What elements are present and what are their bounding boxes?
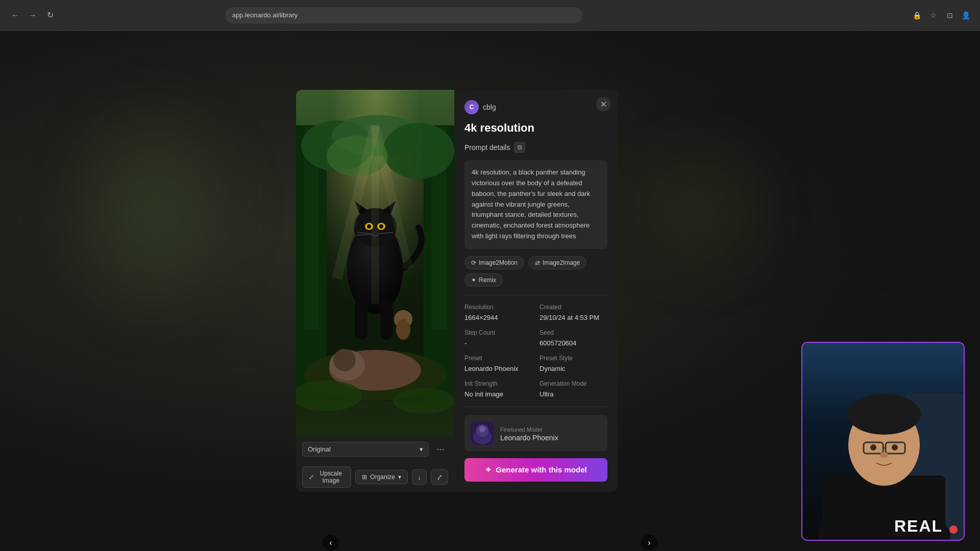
image-title: 4k resolution <box>464 121 607 135</box>
browser-toolbar-icons: 🔒 ☆ ⊡ 👤 <box>912 10 972 21</box>
image2motion-button[interactable]: ⟳ Image2Motion <box>464 256 524 269</box>
resolution-label: Resolution <box>464 304 532 311</box>
panther-scene-svg <box>296 90 454 437</box>
section-divider-2 <box>464 407 607 407</box>
image2motion-icon: ⟳ <box>471 259 476 266</box>
organize-button[interactable]: ⊞ Organize ▾ <box>355 470 408 484</box>
svg-point-29 <box>396 319 410 340</box>
close-modal-button[interactable]: ✕ <box>596 97 610 111</box>
svg-point-47 <box>847 394 921 435</box>
user-avatar: C <box>464 100 479 114</box>
preset-meta: Preset Leonardo Phoenix <box>464 355 532 373</box>
image2image-icon: ⇄ <box>535 259 540 266</box>
prompt-text: 4k resolution, a black panther standing … <box>464 160 607 249</box>
preset-value: Leonardo Phoenix <box>464 365 519 372</box>
init-strength-label: Init Strength <box>464 380 532 387</box>
prev-image-button[interactable]: ‹ <box>323 535 339 551</box>
back-button[interactable]: ← <box>8 8 22 22</box>
svg-point-31 <box>393 388 454 414</box>
upscale-icon: ⤢ <box>309 473 314 481</box>
preset-style-meta: Preset Style Dynamic <box>540 355 607 373</box>
resolution-value: 1664×2944 <box>464 314 498 321</box>
url-text: app.leonardo.ai/library <box>232 11 298 19</box>
svg-point-50 <box>880 452 888 458</box>
prompt-section-header: Prompt details ⧉ <box>464 142 607 153</box>
image2image-label: Image2Image <box>543 259 580 266</box>
model-card: Finetuned Model Leonardo Phoenix <box>464 415 607 451</box>
download-icon: ↓ <box>418 473 421 481</box>
dropdown-value: Original <box>308 445 331 453</box>
svg-rect-16 <box>380 299 393 340</box>
image2image-button[interactable]: ⇄ Image2Image <box>528 256 586 269</box>
remix-label: Remix <box>479 277 496 284</box>
forward-button[interactable]: → <box>26 8 40 22</box>
webcam-overlay: REAL <box>801 342 965 541</box>
browser-chrome: ← → ↻ app.leonardo.ai/library 🔒 ☆ ⊡ 👤 <box>0 0 980 31</box>
generation-mode-value: Ultra <box>540 390 553 398</box>
finetuned-model-label: Finetuned Model <box>500 427 542 433</box>
share-button[interactable]: ⤤ <box>431 469 448 485</box>
info-panel: ✕ C cblg 4k resolution Prompt details ⧉ … <box>454 90 618 492</box>
model-thumb-svg <box>471 421 494 445</box>
created-label: Created <box>540 304 607 311</box>
image-panel: Original ▾ ··· ⤢ Upscale Image ⊞ Organiz… <box>296 90 454 492</box>
copy-prompt-button[interactable]: ⧉ <box>514 142 525 153</box>
model-info: Finetuned Model Leonardo Phoenix <box>500 424 558 442</box>
step-count-meta: Step Count - <box>464 329 532 347</box>
action-tags: ⟳ Image2Motion ⇄ Image2Image ✦ Remix <box>464 256 607 287</box>
prompt-section: Prompt details ⧉ <box>464 142 607 153</box>
profile-icon[interactable]: 👤 <box>961 10 972 21</box>
dropdown-chevron-icon: ▾ <box>420 445 423 453</box>
upscale-image-button[interactable]: ⤢ Upscale Image <box>302 466 351 488</box>
svg-point-38 <box>479 426 485 432</box>
username-label: cblg <box>483 103 496 111</box>
remix-button[interactable]: ✦ Remix <box>464 273 503 287</box>
extension-icon[interactable]: 🔒 <box>912 10 923 21</box>
webcam-scene-svg: REAL <box>802 343 965 541</box>
model-name: Leonardo Phoenix <box>500 434 558 442</box>
generate-with-model-button[interactable]: ✦ Generate with this model <box>464 458 607 482</box>
svg-point-48 <box>870 444 876 450</box>
preset-label: Preset <box>464 355 532 362</box>
seed-meta: Seed 6005720604 <box>540 329 607 347</box>
generation-mode-label: Generation Mode <box>540 380 607 387</box>
next-image-button[interactable]: › <box>641 535 657 551</box>
bookmark-icon[interactable]: ☆ <box>928 10 939 21</box>
prompt-label: Prompt details <box>464 143 510 152</box>
tab-icon[interactable]: ⊡ <box>944 10 955 21</box>
image-toolbar: Original ▾ ··· <box>296 437 454 462</box>
upscale-label: Upscale Image <box>317 470 345 484</box>
preset-style-label: Preset Style <box>540 355 607 362</box>
init-strength-value: No init image <box>464 390 503 398</box>
created-meta: Created 29/10/24 at 4:53 PM <box>540 304 607 322</box>
svg-rect-15 <box>355 299 368 340</box>
image2motion-label: Image2Motion <box>479 259 518 266</box>
organize-icon: ⊞ <box>362 473 367 481</box>
organize-label: Organize <box>370 473 395 481</box>
init-strength-meta: Init Strength No init image <box>464 380 532 398</box>
generate-label: Generate with this model <box>496 465 586 474</box>
download-button[interactable]: ↓ <box>412 469 427 485</box>
main-image <box>296 90 454 437</box>
browser-nav-buttons: ← → ↻ <box>8 8 57 22</box>
image-actions-bar: ⤢ Upscale Image ⊞ Organize ▾ ↓ ⤤ <box>296 462 454 492</box>
record-indicator <box>949 525 958 534</box>
refresh-button[interactable]: ↻ <box>43 8 57 22</box>
organize-chevron-icon: ▾ <box>398 473 401 481</box>
prev-arrow-icon: ‹ <box>329 538 332 547</box>
more-options-button[interactable]: ··· <box>433 442 448 457</box>
remix-icon: ✦ <box>471 277 476 284</box>
svg-text:REAL: REAL <box>894 517 943 535</box>
section-divider-1 <box>464 295 607 295</box>
seed-value: 6005720604 <box>540 339 576 347</box>
address-bar[interactable]: app.leonardo.ai/library <box>225 7 582 23</box>
metadata-grid: Resolution 1664×2944 Created 29/10/24 at… <box>464 304 607 398</box>
generate-icon: ✦ <box>485 465 492 474</box>
model-thumbnail <box>471 421 494 445</box>
view-mode-dropdown[interactable]: Original ▾ <box>302 442 429 457</box>
svg-point-8 <box>383 123 454 179</box>
preset-style-value: Dynamic <box>540 365 566 372</box>
svg-point-13 <box>333 349 356 371</box>
step-count-value: - <box>464 339 467 347</box>
created-value: 29/10/24 at 4:53 PM <box>540 314 599 321</box>
